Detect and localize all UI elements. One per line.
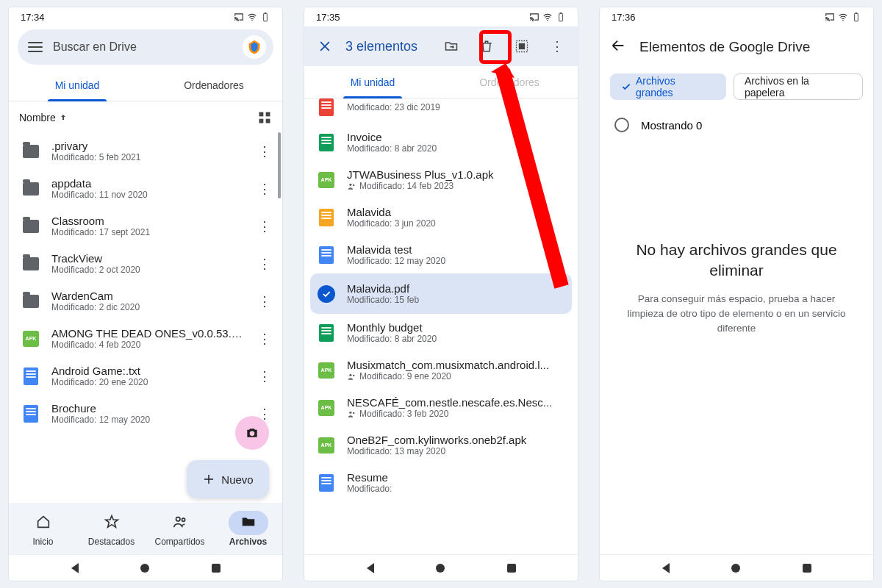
tab-computers[interactable]: Ordenadores	[441, 66, 578, 98]
file-more-button[interactable]: ⋮	[256, 293, 273, 310]
file-type-icon	[22, 218, 40, 235]
svg-rect-6	[266, 119, 270, 123]
file-row[interactable]: APKNESCAFÉ_com.nestle.nescafe.es.Nesc...…	[304, 389, 578, 426]
file-row[interactable]: appdataModificado: 11 nov 2020⋮	[9, 170, 282, 207]
nav-home-circle[interactable]	[436, 564, 445, 573]
screen-drive-cleanup: 17:36 Elementos de Google Drive Archivos…	[600, 7, 873, 581]
svg-point-16	[353, 374, 354, 376]
file-type-icon	[318, 134, 335, 151]
people-icon	[172, 514, 188, 530]
clock: 17:34	[21, 12, 45, 23]
file-row[interactable]: .privaryModificado: 5 feb 2021⋮	[9, 132, 282, 170]
move-button[interactable]	[437, 32, 466, 61]
star-icon	[104, 514, 120, 530]
file-type-icon: APK	[318, 437, 335, 454]
tab-computers[interactable]: Ordenadores	[146, 69, 282, 101]
file-row[interactable]: APKMusixmatch_com.musixmatch.android.l..…	[304, 351, 578, 389]
svg-rect-1	[264, 13, 268, 21]
file-row[interactable]: Monthly budgetModificado: 8 abr 2020	[304, 314, 578, 351]
nav-recents[interactable]	[212, 564, 220, 573]
nav-back[interactable]	[71, 563, 79, 573]
file-more-button[interactable]: ⋮	[256, 143, 273, 160]
chip-large-files[interactable]: Archivos grandes	[610, 74, 726, 100]
file-row[interactable]: Modificado: 23 dic 2019	[304, 98, 578, 123]
file-row[interactable]: APKJTWABusiness Plus_v1.0.apk Modificado…	[304, 161, 578, 198]
camera-fab[interactable]	[235, 416, 269, 450]
tab-my-drive[interactable]: Mi unidad	[304, 66, 441, 98]
radio-icon[interactable]	[614, 118, 629, 132]
file-name: OneB2F_com.kylinworks.oneb2f.apk	[347, 434, 569, 446]
nav-files[interactable]: Archivos	[214, 503, 282, 554]
scrollbar[interactable]	[278, 132, 281, 198]
file-row[interactable]: MalavidaModificado: 3 jun 2020	[304, 198, 578, 236]
nav-back[interactable]	[367, 563, 374, 573]
svg-point-8	[182, 518, 184, 521]
close-selection-button[interactable]	[310, 32, 340, 61]
menu-icon[interactable]	[28, 42, 43, 52]
check-icon	[621, 82, 631, 92]
screen-drive-files: 17:34 Buscar en Drive Mi unidad Ordenado…	[9, 7, 282, 581]
file-row[interactable]: TrackViewModificado: 2 oct 2020⋮	[9, 245, 282, 282]
file-type-icon	[22, 180, 40, 198]
file-name: Android Game:.txt	[51, 365, 244, 377]
file-row[interactable]: Malavida testModificado: 12 may 2020	[304, 236, 578, 273]
file-type-icon	[318, 474, 335, 492]
android-nav	[9, 554, 282, 581]
select-all-icon	[514, 39, 529, 54]
file-meta: Modificado: 8 abr 2020	[347, 334, 569, 344]
file-more-button[interactable]: ⋮	[256, 368, 273, 385]
sort-button[interactable]: Nombre	[19, 112, 68, 123]
file-row[interactable]: APKAMONG THE DEAD ONES_v0.0.53.apkModifi…	[9, 320, 282, 357]
file-type-icon	[22, 293, 40, 310]
screen-drive-selection: 17:35 3 elementos ⋮ Mi unidad Ordenadore…	[304, 7, 578, 581]
nav-shared[interactable]: Compartidos	[146, 503, 214, 554]
nav-home-circle[interactable]	[140, 564, 149, 573]
file-type-icon	[318, 98, 335, 116]
file-more-button[interactable]: ⋮	[256, 180, 273, 198]
file-more-button[interactable]: ⋮	[256, 255, 273, 273]
file-meta: Modificado: 8 abr 2020	[347, 143, 569, 154]
file-row[interactable]: ResumeModificado:	[304, 464, 578, 501]
close-icon	[318, 39, 332, 54]
file-row[interactable]: APKOneB2F_com.kylinworks.oneb2f.apkModif…	[304, 426, 578, 464]
avatar[interactable]	[243, 35, 266, 59]
chip-trash-files[interactable]: Archivos en la papelera	[734, 74, 863, 100]
file-more-button[interactable]: ⋮	[256, 330, 273, 348]
file-meta: Modificado: 20 ene 2020	[51, 377, 244, 387]
file-list[interactable]: Modificado: 23 dic 2019InvoiceModificado…	[304, 98, 578, 554]
file-more-button[interactable]: ⋮	[256, 218, 273, 235]
nav-starred[interactable]: Destacados	[77, 503, 146, 554]
file-row[interactable]: ClassroomModificado: 17 sept 2021⋮	[9, 207, 282, 245]
nav-home-circle[interactable]	[731, 564, 740, 573]
camera-icon	[245, 426, 259, 440]
svg-point-15	[349, 373, 351, 376]
plus-icon	[202, 473, 215, 486]
file-row[interactable]: Malavida.pdfModificado: 15 feb	[310, 273, 572, 314]
file-meta: Modificado: 2 dic 2020	[51, 302, 244, 312]
file-row[interactable]: InvoiceModificado: 8 abr 2020	[304, 123, 578, 161]
nav-recents[interactable]	[507, 564, 516, 573]
search-input[interactable]: Buscar en Drive	[53, 40, 232, 54]
nav-back[interactable]	[662, 563, 670, 573]
search-bar[interactable]: Buscar en Drive	[18, 29, 273, 65]
svg-rect-11	[560, 12, 562, 13]
file-row[interactable]: Android Game:.txtModificado: 20 ene 2020…	[9, 357, 282, 395]
file-type-icon	[318, 209, 335, 226]
status-icons	[825, 12, 861, 22]
file-type-icon	[22, 255, 40, 273]
clock: 17:35	[316, 12, 340, 23]
file-row[interactable]: WardenCamModificado: 2 dic 2020⋮	[9, 282, 282, 320]
file-name: appdata	[51, 177, 244, 190]
nav-home[interactable]: Inicio	[9, 503, 77, 554]
showing-row[interactable]: Mostrando 0	[600, 106, 873, 144]
page-title: Elementos de Google Drive	[639, 39, 810, 55]
nav-recents[interactable]	[803, 564, 811, 573]
tab-my-drive[interactable]: Mi unidad	[9, 69, 146, 101]
grid-view-icon[interactable]	[257, 110, 272, 125]
status-icons	[529, 12, 566, 22]
select-all-button[interactable]	[507, 32, 537, 61]
svg-point-7	[176, 517, 180, 521]
more-button[interactable]: ⋮	[542, 32, 572, 61]
back-button[interactable]	[610, 37, 626, 57]
new-button[interactable]: Nuevo	[187, 460, 269, 498]
